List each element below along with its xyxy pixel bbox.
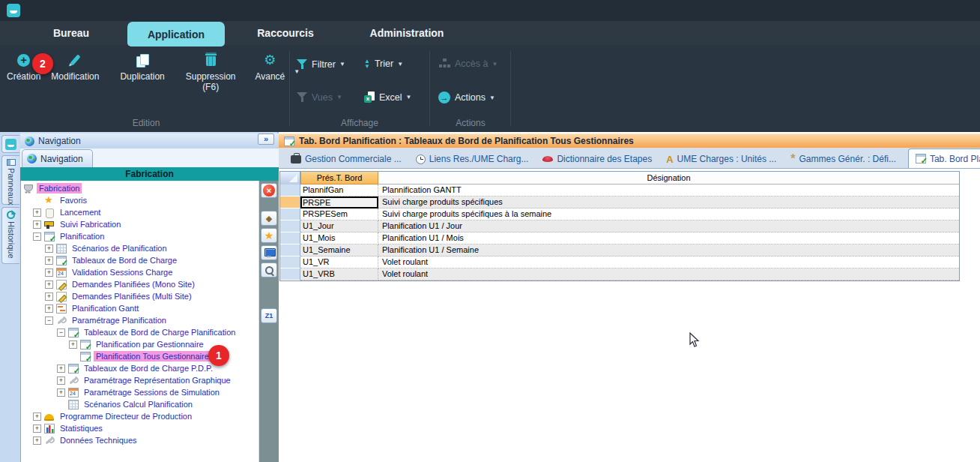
expand-plus-icon[interactable] <box>45 256 53 265</box>
tree-item-demandes-mono[interactable]: Demandes Planifiées (Mono Site) <box>21 278 258 290</box>
cell-code[interactable]: U1_Semaine <box>300 244 378 256</box>
tab-bureau[interactable]: Bureau <box>30 21 112 45</box>
cell-designation[interactable]: Planification U1 / Jour <box>378 220 959 232</box>
expand-plus-icon[interactable] <box>69 340 77 349</box>
suppression-button[interactable]: Suppression (F6) <box>181 50 241 94</box>
workstation-button[interactable] <box>261 245 277 260</box>
cell-designation[interactable]: Suivi charge produits spécifiques à la s… <box>378 208 959 220</box>
expand-plus-icon[interactable] <box>57 388 65 397</box>
expand-plus-icon[interactable] <box>33 208 41 217</box>
filtrer-dropdown-icon[interactable]: ▼ <box>339 61 345 68</box>
modification-button[interactable]: Modification <box>46 50 104 83</box>
excel-button[interactable]: x Excel ▼ <box>364 92 412 103</box>
tree-item-scenarios-planification[interactable]: Scénarios de Planification <box>21 242 258 254</box>
collapse-minus-icon[interactable] <box>57 328 65 337</box>
tab-raccourcis[interactable]: Raccourcis <box>240 21 331 45</box>
expand-plus-icon[interactable] <box>45 268 53 277</box>
row-selector-active[interactable] <box>280 196 300 208</box>
excel-dropdown-icon[interactable]: ▼ <box>406 94 412 100</box>
tree-item-programme-directeur[interactable]: Programme Directeur de Production <box>21 410 258 422</box>
expand-plus-icon[interactable] <box>45 244 53 253</box>
expand-plus-icon[interactable] <box>57 376 65 385</box>
cell-designation[interactable]: Plannification GANTT <box>378 184 959 196</box>
cell-code[interactable]: PRSPESem <box>300 208 378 220</box>
search-button[interactable] <box>261 262 277 278</box>
tree-item-donnees-techniques[interactable]: Données Techniques <box>21 434 258 446</box>
tree-item-parametrage-planification[interactable]: Paramétrage Planification <box>21 314 258 326</box>
row-selector[interactable] <box>280 256 300 268</box>
favorites-button[interactable]: ★ <box>261 228 277 243</box>
expand-plus-icon[interactable] <box>57 364 65 373</box>
expand-plus-icon[interactable] <box>45 292 53 301</box>
cell-designation[interactable]: Volet roulant <box>378 256 959 268</box>
close-tree-button[interactable]: × <box>261 183 277 198</box>
expand-plus-icon[interactable] <box>45 280 53 289</box>
expand-plus-icon[interactable] <box>33 220 41 229</box>
cell-designation[interactable]: Planification U1 / Mois <box>378 232 959 244</box>
z1-button[interactable]: Z1 <box>261 308 277 323</box>
actions-button[interactable]: → Actions ▼ <box>438 92 495 104</box>
acces-a-button[interactable]: Accès à ▼ <box>438 58 497 69</box>
app-logo-icon[interactable] <box>7 4 20 17</box>
tree-item-tableaux-bord-charge[interactable]: Tableaux de Bord de Charge <box>21 254 258 266</box>
cell-code[interactable]: U1_VRB <box>300 268 378 280</box>
tree-item-planification-gantt[interactable]: Planification Gantt <box>21 302 258 314</box>
docked-tab-historique[interactable]: Historique <box>1 207 19 264</box>
cell-designation[interactable]: Volet roulant <box>378 268 959 280</box>
doc-tab-gestion-commerciale[interactable]: Gestion Commerciale ... <box>288 150 404 168</box>
tree-item-favoris[interactable]: Favoris <box>21 194 258 206</box>
column-header-designation[interactable]: Désignation <box>378 172 959 184</box>
row-selector[interactable] <box>280 244 300 256</box>
expand-plus-icon[interactable] <box>33 424 41 433</box>
doc-tab-ume-charges[interactable]: AUME Charges : Unités ... <box>664 150 778 168</box>
cell-designation[interactable]: Planification U1 / Semaine <box>378 244 959 256</box>
trier-dropdown-icon[interactable]: ▼ <box>397 61 403 68</box>
cell-code[interactable]: U1_Jour <box>300 220 378 232</box>
tree-item-parametrage-sessions-simulation[interactable]: Paramétrage Sessions de Simulation <box>21 386 258 398</box>
docked-tab-panneaux[interactable]: Panneaux <box>1 155 19 205</box>
filtrer-button[interactable]: Filtrer ▼ <box>297 58 345 70</box>
duplication-button[interactable]: Duplication <box>115 50 169 83</box>
expand-plus-icon[interactable] <box>33 436 41 445</box>
cell-code[interactable]: U1_Mois <box>300 232 378 244</box>
vues-button[interactable]: Vues ▼ <box>297 92 342 103</box>
tab-application[interactable]: Application <box>127 22 225 46</box>
tree-item-demandes-multi[interactable]: Demandes Planifiées (Multi Site) <box>21 290 258 302</box>
tree-item-fabrication[interactable]: Fabrication <box>21 182 258 194</box>
actions-dropdown-icon[interactable]: ▼ <box>489 94 495 101</box>
cell-code[interactable]: U1_VR <box>300 256 378 268</box>
tab-administration[interactable]: Administration <box>345 21 469 45</box>
column-header-pres-t-bord[interactable]: Prés.T. Bord <box>300 172 378 184</box>
docked-logo-tab[interactable] <box>1 135 19 153</box>
navigation-tab[interactable]: Navigation <box>22 149 93 167</box>
doc-tab-gammes-gener[interactable]: *Gammes Génér. : Défi... <box>788 150 898 168</box>
expand-plus-icon[interactable] <box>45 304 53 313</box>
row-selector[interactable] <box>280 220 300 232</box>
row-selector[interactable] <box>280 268 300 280</box>
row-selector[interactable] <box>280 208 300 220</box>
tree-item-scenarios-calcul[interactable]: Scénarios Calcul Planification <box>21 398 258 410</box>
tree-item-statistiques[interactable]: Statistiques <box>21 422 258 434</box>
doc-tab-liens-res-ume[interactable]: Liens Res./UME Charg... <box>414 150 531 168</box>
expand-plus-icon[interactable] <box>33 412 41 421</box>
collapse-minus-icon[interactable] <box>33 232 41 241</box>
compass-button[interactable]: ◆ <box>261 211 277 226</box>
cell-designation[interactable]: Suivi charge produits spécifiques <box>378 196 959 208</box>
tree-item-suivi-fabrication[interactable]: Suivi Fabrication <box>21 218 258 230</box>
trier-button[interactable]: ▲▼ Trier ▼ <box>364 58 403 69</box>
avance-button[interactable]: ⚙ Avancé <box>249 50 290 83</box>
row-selector[interactable] <box>280 232 300 244</box>
cell-code[interactable]: PlannifGan <box>300 184 378 196</box>
tree-item-validation-sessions[interactable]: Validation Sessions Charge <box>21 266 258 278</box>
tree-item-lancement[interactable]: Lancement <box>21 206 258 218</box>
select-all-header[interactable] <box>280 172 300 184</box>
expand-panel-button[interactable]: » <box>258 134 274 145</box>
doc-tab-tab-bord-planification[interactable]: Tab. Bord Planificatio... <box>908 148 980 168</box>
doc-tab-dictionnaire-etapes[interactable]: Dictionnaire des Etapes <box>540 150 654 168</box>
tree-item-parametrage-representation[interactable]: Paramétrage Représentation Graphique <box>21 374 258 386</box>
collapse-minus-icon[interactable] <box>45 316 53 325</box>
cell-code-focused[interactable]: PRSPE <box>300 196 378 208</box>
tree-item-tableaux-charge-planification[interactable]: Tableaux de Bord de Charge Planification <box>21 326 258 338</box>
tree-item-planification[interactable]: Planification <box>21 230 258 242</box>
row-selector[interactable] <box>280 184 300 196</box>
